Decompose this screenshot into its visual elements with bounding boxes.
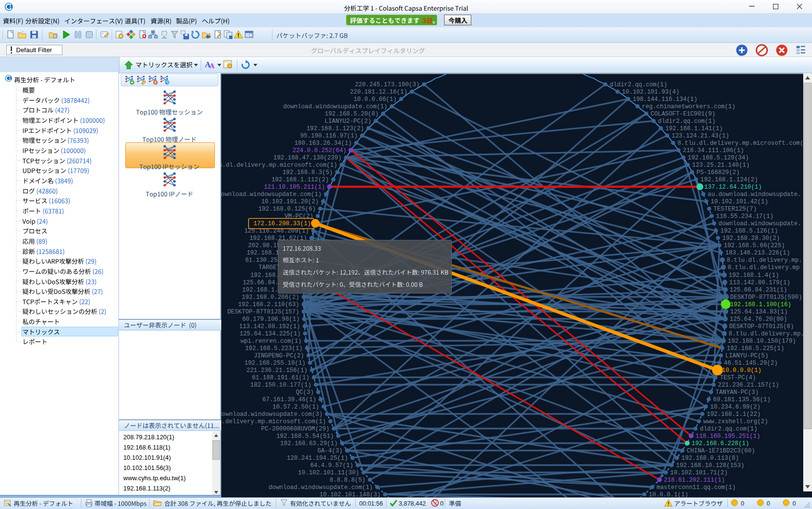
svg-text:125.64.134.83(1): 125.64.134.83(1) (730, 309, 788, 315)
svg-text:wpi.renren.com(1): wpi.renren.com(1) (241, 338, 302, 345)
svg-text:8.tlu.dl.delivery.mp.microsoft: 8.tlu.dl.delivery.mp.microsoft.com( (677, 140, 803, 147)
svg-text:download.windowsupdate.com(3): download.windowsupdate.com(3) (221, 411, 323, 418)
svg-text:VM-PC(2): VM-PC(2) (285, 213, 313, 220)
svg-text:10.0.0.0(1): 10.0.0.0(1) (722, 367, 761, 374)
svg-text:125.64.76.20(80): 125.64.76.20(80) (730, 316, 787, 323)
svg-text:192.168.10.128(153): 192.168.10.128(153) (676, 462, 744, 469)
svg-text:TANYAN-PC(3): TANYAN-PC(3) (715, 389, 759, 396)
svg-text:dldir2.qq.com(1): dldir2.qq.com(1) (658, 118, 715, 125)
svg-text:221.236.21.156(1): 221.236.21.156(1) (247, 367, 308, 374)
svg-text:137.12.64.210(1): 137.12.64.210(1) (704, 184, 762, 191)
svg-text:8.8.8.8(5): 8.8.8.8(5) (329, 477, 366, 484)
svg-text:PC-20090608UVOM(29): PC-20090608UVOM(29) (261, 426, 329, 432)
svg-text:192.168.8.3(5): 192.168.8.3(5) (283, 169, 333, 176)
svg-text:10.102.101.20(2): 10.102.101.20(2) (261, 198, 319, 205)
svg-text:67.161.39.46(1): 67.161.39.46(1) (262, 396, 316, 403)
svg-text:A: A (210, 62, 215, 70)
svg-text:TEST-PC(4): TEST-PC(4) (720, 374, 756, 381)
svg-text:10.102.101.42(1): 10.102.101.42(1) (711, 198, 768, 205)
svg-text:192.168.5.20(8): 192.168.5.20(8) (325, 111, 379, 117)
svg-text:dldir2.qq.com(1): dldir2.qq.com(1) (700, 426, 757, 432)
svg-text:download.windowsupdate.com(1): download.windowsupdate.com(1) (283, 103, 387, 110)
svg-text:95.190.116.97(1): 95.190.116.97(1) (300, 133, 358, 139)
svg-text:192.168.63.29(1): 192.168.63.29(1) (280, 440, 338, 447)
svg-text:218.61.202.111(1): 218.61.202.111(1) (664, 477, 725, 484)
svg-text:192.168.255.10(1): 192.168.255.10(1) (245, 360, 306, 367)
svg-text:QC(3): QC(3) (296, 389, 314, 396)
svg-text:192.168.0.113(8): 192.168.0.113(8) (681, 455, 739, 462)
svg-text:123.124.21.43(1): 123.124.21.43(1) (672, 133, 729, 139)
svg-text:192.168.2.110(63): 192.168.2.110(63) (238, 301, 299, 308)
svg-text:JINGPENG-PC(2): JINGPENG-PC(2) (254, 352, 304, 359)
svg-text:118.160.195.251(1): 118.160.195.251(1) (696, 433, 760, 440)
svg-text:172.16.208.33(1): 172.16.208.33(1) (253, 220, 311, 227)
svg-text:www.zxshell.org(2): www.zxshell.org(2) (703, 418, 768, 425)
svg-text:dldir2.qq.com(1): dldir2.qq.com(1) (610, 81, 667, 88)
svg-text:LIANYU-PC(5): LIANYU-PC(5) (725, 352, 769, 359)
svg-text:192.168.5.54(51): 192.168.5.54(51) (276, 433, 334, 440)
svg-text:192.168.1.124(2): 192.168.1.124(2) (700, 176, 758, 183)
svg-text:192.168.1.112(2): 192.168.1.112(2) (271, 176, 329, 183)
svg-text:192.168.0.125(6): 192.168.0.125(6) (258, 206, 316, 213)
svg-text:CHINA-1E71BD2C3(60): CHINA-1E71BD2C3(60) (687, 448, 755, 454)
svg-text:DESKTOP-87T01JS(8): DESKTOP-87T01JS(8) (729, 323, 794, 330)
svg-text:au.download.windowsupdate.: au.download.windowsupdate. (708, 191, 801, 198)
svg-text:60.179.106.98(1): 60.179.106.98(1) (242, 316, 300, 323)
svg-text:download.windowsupdate.: download.windowsupdate. (718, 220, 801, 227)
svg-text:121.10.105.211(1): 121.10.105.211(1) (264, 184, 325, 191)
svg-text:192.168.28.30(2): 192.168.28.30(2) (722, 235, 780, 242)
svg-text:220.181.12.16(1): 220.181.12.16(1) (350, 89, 407, 96)
svg-text:183.146.213.226(1): 183.146.213.226(1) (725, 250, 790, 256)
svg-text:192.168.5.126(1): 192.168.5.126(1) (720, 228, 778, 235)
svg-text:masterconn11.qq.com(1): masterconn11.qq.com(1) (657, 484, 735, 491)
svg-text:61.188.191.61(1): 61.188.191.61(1) (252, 374, 309, 381)
svg-text:216.34.111.106(1): 216.34.111.106(1) (683, 147, 744, 154)
svg-text:125.66.84.231(1): 125.66.84.231(1) (730, 287, 787, 294)
svg-text:221.236.21.157(1): 221.236.21.157(1) (718, 382, 779, 389)
svg-text:GA-4(3): GA-4(3) (317, 448, 343, 454)
svg-text:8.dl.delivery.mp.microsoft.com: 8.dl.delivery.mp.microsoft.com(1) (221, 418, 326, 425)
svg-text:123.25.21.140(1): 123.25.21.140(1) (692, 162, 750, 169)
svg-text:reg.chinanetworkers.com(1): reg.chinanetworkers.com(1) (642, 103, 735, 110)
svg-text:10.102.101.11(30): 10.102.101.11(30) (298, 470, 359, 476)
svg-text:LIANYU2-PC(2): LIANYU2-PC(2) (325, 118, 371, 125)
svg-text:192.168.6.228(1): 192.168.6.228(1) (692, 440, 749, 447)
svg-text:DESKTOP-87T01JS(157): DESKTOP-87T01JS(157) (227, 309, 299, 315)
svg-text:8.tlu.dl.delivery.mp.: 8.tlu.dl.delivery.mp. (727, 257, 802, 264)
svg-text:10.102.101.71(2): 10.102.101.71(2) (670, 470, 728, 476)
svg-text:224.0.0.252(64): 224.0.0.252(64) (292, 147, 347, 154)
svg-text:180.163.26.34(1): 180.163.26.34(1) (294, 140, 352, 147)
svg-text:192.168.1.123(2): 192.168.1.123(2) (307, 125, 364, 132)
svg-text:113.142.88.192(1): 113.142.88.192(1) (239, 323, 300, 330)
svg-text:PS-166829(2): PS-166829(2) (696, 169, 740, 176)
svg-text:46.51.145.29(2): 46.51.145.29(2) (724, 360, 778, 367)
svg-text:10.102.101.148(3): 10.102.101.148(3) (320, 491, 381, 497)
svg-text:182.150.10.177(1): 182.150.10.177(1) (251, 382, 311, 389)
svg-text:8.tlu.dl.delivery.mp: 8.tlu.dl.delivery.mp (728, 264, 800, 271)
svg-text:10.234.6.99(2): 10.234.6.99(2) (710, 404, 760, 411)
svg-text:au.dl.delivery.mp.microsoft.co: au.dl.delivery.mp.microsoft.com(1) (221, 162, 337, 169)
svg-text:10.0.0.66(1): 10.0.0.66(1) (353, 96, 397, 103)
svg-text:69.181.135.56(1): 69.181.135.56(1) (713, 396, 771, 403)
svg-text:192.168.5.223(1): 192.168.5.223(1) (245, 345, 303, 352)
svg-text:198.144.116.134(1): 198.144.116.134(1) (633, 96, 697, 103)
svg-text:COLASOFT-E1C901(9): COLASOFT-E1C901(9) (651, 111, 715, 117)
svg-text:192.168.10.150(179): 192.168.10.150(179) (728, 338, 796, 345)
svg-text:125.64.134.225(1): 125.64.134.225(1) (240, 331, 301, 337)
svg-text:192.168.1.4(1): 192.168.1.4(1) (729, 272, 779, 279)
svg-text:192.168.1.141(1): 192.168.1.141(1) (665, 125, 723, 132)
svg-text:192.168.1.100(16): 192.168.1.100(16) (730, 301, 791, 308)
svg-text:128.241.194.25(1): 128.241.194.25(1) (287, 455, 348, 462)
svg-text:192.168.5.60(225): 192.168.5.60(225) (724, 242, 785, 249)
svg-text:192.168.47.130(239): 192.168.47.130(239) (273, 155, 342, 161)
svg-text:10.0.0.1(1): 10.0.0.1(1) (649, 491, 688, 497)
svg-text:113.142.80.179(1): 113.142.80.179(1) (729, 279, 790, 286)
svg-text:64.4.9.57(1): 64.4.9.57(1) (310, 462, 353, 469)
svg-text:192.168.5.129(34): 192.168.5.129(34) (688, 155, 749, 161)
svg-text:download.windowsupdate.com(1): download.windowsupdate.com(1) (269, 484, 373, 491)
svg-text:8.tlu.dl.delivery.mp.: 8.tlu.dl.delivery.mp. (729, 331, 803, 337)
svg-text:download.windowsupdate.com(1): download.windowsupdate.com(1) (221, 191, 322, 198)
svg-text:192.168.5.225(1): 192.168.5.225(1) (727, 345, 784, 352)
svg-text:192.168.0.206(2): 192.168.0.206(2) (242, 294, 299, 301)
svg-text:TESTER125(7): TESTER125(7) (714, 206, 757, 213)
